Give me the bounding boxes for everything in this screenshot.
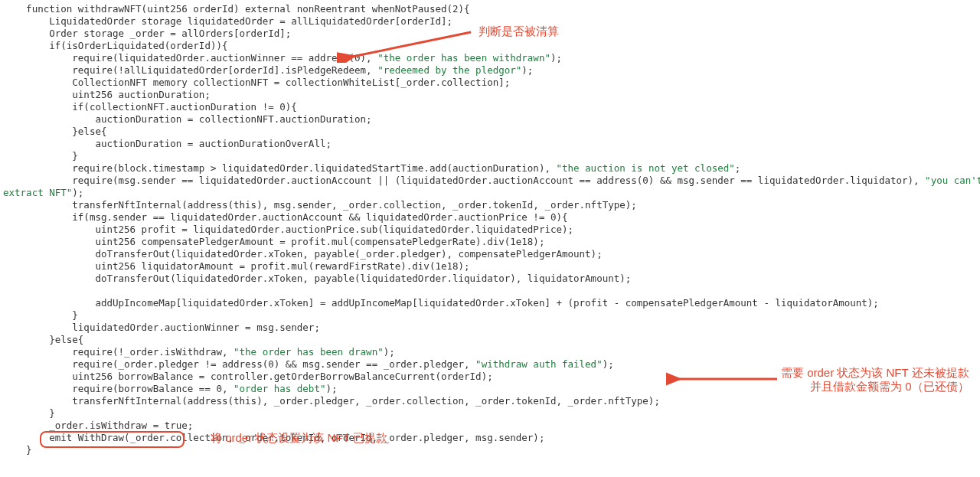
code-line: uint256 compensatePledgerAmount = profit… <box>3 236 544 247</box>
code-line: Order storage _order = allOrders[orderId… <box>3 28 291 39</box>
code-line: require(!allLiquidatedOrder[orderId].isP… <box>3 64 533 76</box>
code-line: LiquidatedOrder storage liquidatedOrder … <box>3 15 452 27</box>
code-line <box>3 285 9 296</box>
code-line: _order.isWithdraw = true; <box>3 420 193 431</box>
code-line: doTransferOut(liquidatedOrder.xToken, pa… <box>3 273 631 284</box>
code-line: liquidatedOrder.auctionWinner = msg.send… <box>3 322 320 333</box>
code-line: uint256 profit = liquidatedOrder.auction… <box>3 224 573 235</box>
code-line: emit WithDraw(_order.collection, _order.… <box>3 432 544 443</box>
code-line: }else{ <box>3 334 83 345</box>
code-line: if(isOrderLiquidated(orderId)){ <box>3 40 228 51</box>
code-line: uint256 auctionDuration; <box>3 89 211 100</box>
code-line: require(borrowBalance == 0, "order has d… <box>3 383 338 394</box>
code-line: }else{ <box>3 126 106 137</box>
code-line: require(_order.pledger != address(0) && … <box>3 358 614 370</box>
code-line: require(liquidatedOrder.auctionWinner ==… <box>3 52 562 64</box>
code-line: } <box>3 150 78 162</box>
code-line: auctionDuration = auctionDurationOverAll… <box>3 138 332 149</box>
code-line: uint256 borrowBalance = controller.getOr… <box>3 371 493 382</box>
code-line: require(msg.sender == liquidatedOrder.au… <box>3 175 980 186</box>
code-line: CollectionNFT memory collectionNFT = col… <box>3 77 510 88</box>
code-line: extract NFT"); <box>3 187 83 198</box>
code-line: require(!_order.isWithdraw, "the order h… <box>3 346 395 358</box>
code-line: addUpIncomeMap[liquidatedOrder.xToken] =… <box>3 297 879 309</box>
code-line: uint256 liquidatorAmount = profit.mul(re… <box>3 260 470 272</box>
code-line: transferNftInternal(address(this), msg.s… <box>3 199 637 211</box>
code-line: } <box>3 407 55 419</box>
code-line: if(msg.sender == liquidatedOrder.auction… <box>3 211 568 223</box>
code-line: function withdrawNFT(uint256 orderId) ex… <box>3 3 470 15</box>
code-line: auctionDuration = collectionNFT.auctionD… <box>3 113 372 125</box>
code-line: } <box>3 309 78 321</box>
code-line: } <box>3 444 32 456</box>
code-line: transferNftInternal(address(this), _orde… <box>3 395 660 407</box>
code-block: function withdrawNFT(uint256 orderId) ex… <box>0 0 980 456</box>
code-line: if(collectionNFT.auctionDuration != 0){ <box>3 101 297 113</box>
code-line: require(block.timestamp > liquidatedOrde… <box>3 162 740 174</box>
code-line: doTransferOut(liquidatedOrder.xToken, pa… <box>3 248 603 260</box>
